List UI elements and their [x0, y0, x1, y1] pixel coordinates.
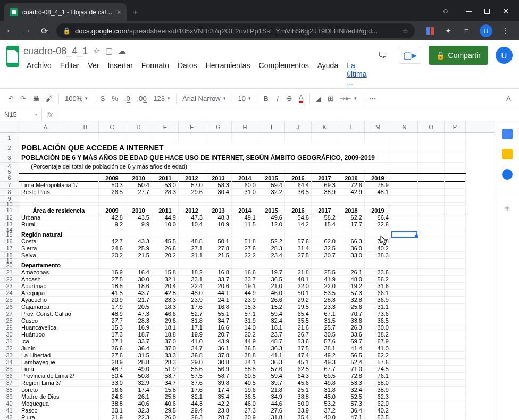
table-row[interactable]: Cajamarca17.920.518.317.616.815.315.219.…: [19, 304, 466, 310]
name-box[interactable]: N15: [0, 111, 41, 119]
undo-icon[interactable]: ↶: [5, 93, 16, 105]
redo-icon[interactable]: ↷: [18, 93, 29, 105]
menu-ver[interactable]: Ver: [85, 60, 102, 88]
tab-close-icon[interactable]: ×: [117, 8, 121, 16]
row-header-25[interactable]: 25: [0, 297, 19, 304]
window-maximize-icon[interactable]: [484, 9, 490, 14]
col-header-F[interactable]: F: [179, 121, 205, 132]
table-row[interactable]: [19, 196, 466, 203]
row-header-38[interactable]: 38: [0, 387, 19, 393]
row-header-1[interactable]: 1: [0, 133, 19, 142]
address-bar[interactable]: 🔒 docs.google.com/spreadsheets/d/105xVNB…: [56, 23, 415, 38]
row-header-20[interactable]: 20: [0, 262, 19, 269]
number-format-select[interactable]: 123: [150, 93, 173, 105]
fill-color-icon[interactable]: ◢: [313, 93, 324, 105]
table-row[interactable]: Piura21.922.326.026.328.730.931.835.440.…: [19, 414, 466, 420]
table-row[interactable]: [19, 133, 466, 142]
last-edit-link[interactable]: La última ...: [344, 60, 370, 88]
table-row[interactable]: [19, 203, 466, 206]
table-row[interactable]: Apurímac18.518.620.422.420.619.121.022.0…: [19, 283, 466, 290]
col-header-J[interactable]: J: [285, 121, 312, 132]
row-header-30[interactable]: 30: [0, 331, 19, 338]
text-color-icon[interactable]: A: [296, 93, 306, 105]
table-row[interactable]: Urbana42.843.544.947.348.349.149.654.658…: [19, 214, 466, 221]
menu-formato[interactable]: Formato: [138, 60, 172, 88]
row-header-32[interactable]: 32: [0, 345, 19, 352]
extensions-puzzle-icon[interactable]: ✦: [443, 26, 453, 36]
table-row[interactable]: Prov. Const. Callao48.947.346.652.755.15…: [19, 310, 466, 317]
extension-icon-1[interactable]: [425, 26, 435, 36]
column-headers[interactable]: ABCDEFGHIJKLMNOP: [0, 121, 495, 133]
select-all-corner[interactable]: [0, 121, 19, 132]
menu-ayuda[interactable]: Ayuda: [314, 60, 341, 88]
increase-decimal-icon[interactable]: .00̲: [134, 93, 149, 105]
percent-icon[interactable]: %: [109, 93, 121, 105]
move-doc-icon[interactable]: ▢: [105, 46, 113, 56]
print-icon[interactable]: 🖶: [30, 93, 42, 105]
forward-icon[interactable]: →: [22, 26, 32, 36]
row-header-24[interactable]: 24: [0, 290, 19, 297]
present-icon[interactable]: ▢▸: [399, 47, 421, 64]
row-header-41[interactable]: 41: [0, 407, 19, 414]
borders-icon[interactable]: ⊞: [325, 93, 336, 105]
bold-icon[interactable]: B: [261, 93, 271, 105]
row-header-23[interactable]: 23: [0, 283, 19, 290]
table-row[interactable]: Selva20.221.520.221.121.522.223.427.530.…: [19, 252, 466, 259]
table-row[interactable]: Lima Metropolitana 1/50.350.453.057.058.…: [19, 182, 466, 189]
row-header-21[interactable]: 21: [0, 269, 19, 276]
col-header-G[interactable]: G: [205, 121, 232, 132]
col-header-P[interactable]: P: [445, 121, 466, 132]
table-row[interactable]: Región natural: [19, 231, 466, 238]
row-header-11[interactable]: 11: [0, 206, 19, 214]
table-row[interactable]: Costa42.743.345.548.850.151.852.257.662.…: [19, 238, 466, 245]
table-row[interactable]: Áncash27.530.032.133.133.733.736.540.141…: [19, 276, 466, 283]
col-header-N[interactable]: N: [391, 121, 418, 132]
row-header-12[interactable]: 12: [0, 214, 19, 221]
paint-format-icon[interactable]: 🖌: [43, 93, 55, 105]
menu-archivo[interactable]: Archivo: [23, 60, 55, 88]
row-header-27[interactable]: 27: [0, 310, 19, 317]
row-header-17[interactable]: 17: [0, 245, 19, 252]
table-row[interactable]: Junín36.636.437.034.736.136.536.337.538.…: [19, 345, 466, 352]
strike-icon[interactable]: S: [284, 93, 295, 105]
menu-insertar[interactable]: Insertar: [104, 60, 136, 88]
back-icon[interactable]: ←: [5, 26, 15, 36]
new-tab-button[interactable]: +: [133, 7, 139, 18]
row-header-29[interactable]: 29: [0, 324, 19, 331]
menu-datos[interactable]: Datos: [174, 60, 200, 88]
reading-list-icon[interactable]: ≡: [462, 26, 471, 36]
row-header-33[interactable]: 33: [0, 352, 19, 359]
star-doc-icon[interactable]: ☆: [93, 46, 100, 56]
row-header-8[interactable]: 8: [0, 189, 19, 196]
sheets-logo-icon[interactable]: [6, 46, 19, 67]
row-header-26[interactable]: 26: [0, 304, 19, 310]
spreadsheet-grid[interactable]: ABCDEFGHIJKLMNOP 12345678910111213141516…: [0, 121, 495, 420]
row-header-35[interactable]: 35: [0, 366, 19, 373]
table-row[interactable]: Pasco30.132.329.529.423.827.327.633.937.…: [19, 407, 466, 414]
table-row[interactable]: Provincia de Lima 2/50.450.853.757.558.7…: [19, 373, 466, 380]
row-header-39[interactable]: 39: [0, 393, 19, 400]
table-row[interactable]: Moquegua38.840.640.644.342.246.044.650.0…: [19, 400, 466, 407]
col-header-C[interactable]: C: [99, 121, 125, 132]
col-header-M[interactable]: M: [365, 121, 391, 132]
menu-editar[interactable]: Editar: [57, 60, 83, 88]
table-row[interactable]: Amazonas16.916.415.818.216.816.619.721.8…: [19, 269, 466, 276]
window-minimize-icon[interactable]: [466, 11, 472, 12]
cell-area[interactable]: POBLACIÓN QUE ACCEDE A INTERNETPOBLACIÓN…: [19, 133, 466, 420]
row-header-22[interactable]: 22: [0, 276, 19, 283]
window-close-icon[interactable]: ✕: [503, 6, 509, 16]
table-row[interactable]: Departamento: [19, 262, 466, 269]
col-header-I[interactable]: I: [258, 121, 285, 132]
doc-title[interactable]: cuadro-08_4_1: [23, 46, 88, 57]
row-header-34[interactable]: 34: [0, 359, 19, 366]
row-header-7[interactable]: 7: [0, 182, 19, 189]
table-row[interactable]: 2009201020112012201320142015201620172018…: [19, 173, 466, 182]
row-header-6[interactable]: 6: [0, 173, 19, 182]
table-row[interactable]: Loreto16.617.415.817.617.419.621.825.131…: [19, 387, 466, 393]
currency-icon[interactable]: $: [97, 93, 108, 105]
account-avatar[interactable]: U: [496, 47, 513, 64]
table-row[interactable]: Cusco27.728.329.631.834.731.932.435.531.…: [19, 317, 466, 324]
table-row[interactable]: Resto País26.527.728.329.630.431.032.236…: [19, 189, 466, 196]
table-row[interactable]: Rural9.29.910.010.410.911.512.014.215.41…: [19, 221, 466, 228]
browser-tab[interactable]: cuadro-08_4_1 - Hojas de cálculo ×: [4, 3, 127, 21]
